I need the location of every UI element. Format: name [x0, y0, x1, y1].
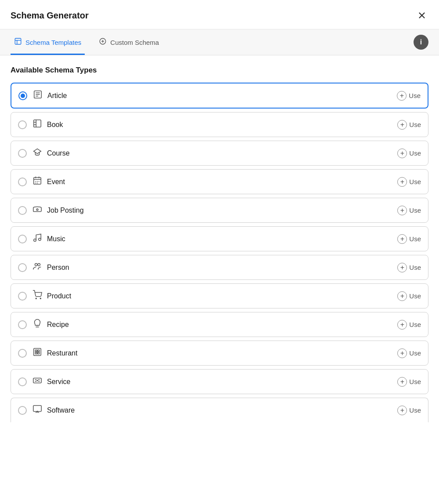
- use-label-article: Use: [409, 92, 421, 99]
- schema-item-event[interactable]: Event + Use: [11, 169, 428, 194]
- schema-label-job-posting: Job Posting: [47, 207, 397, 214]
- use-plus-icon-product: +: [397, 291, 407, 301]
- schema-label-product: Product: [47, 292, 397, 300]
- schema-item-resturant[interactable]: Resturant + Use: [11, 341, 428, 366]
- schema-item-job-posting[interactable]: Job Posting + Use: [11, 198, 428, 223]
- use-plus-icon-article: +: [397, 91, 407, 101]
- software-icon: [32, 404, 43, 416]
- use-button-software[interactable]: + Use: [397, 406, 421, 415]
- radio-book: [18, 120, 27, 129]
- svg-point-27: [39, 238, 41, 241]
- use-label-course: Use: [409, 149, 421, 157]
- schema-item-course[interactable]: Course + Use: [11, 141, 428, 166]
- radio-event: [18, 178, 27, 186]
- use-plus-icon-software: +: [397, 406, 407, 415]
- info-button[interactable]: i: [414, 35, 428, 50]
- svg-rect-37: [35, 352, 37, 354]
- product-icon: [32, 290, 43, 302]
- book-icon: [32, 119, 43, 131]
- schema-item-software[interactable]: Software + Use: [11, 398, 428, 422]
- schema-item-product[interactable]: Product + Use: [11, 283, 428, 308]
- music-icon: [32, 233, 43, 245]
- schema-item-recipe[interactable]: Recipe + Use: [11, 312, 428, 337]
- schema-label-event: Event: [47, 178, 397, 186]
- use-button-service[interactable]: + Use: [397, 377, 421, 387]
- use-plus-icon-person: +: [397, 263, 407, 272]
- schema-label-article: Article: [47, 92, 397, 100]
- use-button-music[interactable]: + Use: [397, 234, 421, 244]
- use-button-job-posting[interactable]: + Use: [397, 206, 421, 215]
- job-icon: [32, 204, 43, 216]
- use-label-job-posting: Use: [409, 207, 421, 214]
- content-area: Available Schema Types Article + Use: [0, 55, 439, 422]
- svg-rect-12: [34, 120, 41, 127]
- schema-item-person[interactable]: Person + Use: [11, 255, 428, 280]
- radio-course: [18, 149, 27, 158]
- svg-rect-34: [34, 348, 41, 356]
- use-plus-icon-resturant: +: [397, 348, 407, 358]
- radio-service: [18, 377, 27, 386]
- use-button-course[interactable]: + Use: [397, 149, 421, 158]
- use-plus-icon-event: +: [397, 177, 407, 187]
- radio-resturant: [18, 349, 27, 358]
- radio-article: [18, 91, 27, 100]
- use-label-service: Use: [409, 378, 421, 385]
- svg-point-29: [38, 264, 40, 266]
- tabs-bar: Schema Templates Custom Schema i: [0, 29, 439, 55]
- event-icon: [32, 176, 43, 188]
- use-button-recipe[interactable]: + Use: [397, 320, 421, 330]
- svg-point-26: [34, 239, 36, 242]
- schema-item-article[interactable]: Article + Use: [11, 83, 428, 109]
- svg-point-28: [35, 264, 38, 266]
- radio-job-posting: [18, 206, 27, 215]
- schema-label-book: Book: [47, 121, 397, 129]
- svg-point-44: [37, 380, 38, 381]
- course-icon: [32, 147, 43, 159]
- modal-header: Schema Generator: [0, 0, 439, 29]
- use-label-music: Use: [409, 235, 421, 243]
- use-label-book: Use: [409, 121, 421, 128]
- use-button-product[interactable]: + Use: [397, 291, 421, 301]
- recipe-icon: [32, 319, 43, 330]
- restaurant-icon: [32, 347, 43, 359]
- schema-item-music[interactable]: Music + Use: [11, 226, 428, 251]
- svg-rect-38: [38, 352, 40, 354]
- use-plus-icon-job-posting: +: [397, 206, 407, 215]
- use-plus-icon-music: +: [397, 234, 407, 244]
- schema-item-book[interactable]: Book + Use: [11, 112, 428, 137]
- schema-label-person: Person: [47, 264, 397, 272]
- use-button-book[interactable]: + Use: [397, 120, 421, 130]
- tab-custom-schema[interactable]: Custom Schema: [95, 29, 162, 55]
- svg-rect-2: [15, 38, 21, 44]
- close-button[interactable]: [415, 9, 428, 22]
- schema-label-resturant: Resturant: [47, 349, 397, 357]
- svg-rect-39: [33, 378, 41, 383]
- schema-label-software: Software: [47, 406, 397, 414]
- use-button-article[interactable]: + Use: [397, 91, 421, 101]
- schema-label-course: Course: [47, 149, 397, 157]
- radio-product: [18, 292, 27, 301]
- use-label-product: Use: [409, 292, 421, 300]
- tab-schema-templates[interactable]: Schema Templates: [11, 29, 85, 55]
- svg-point-30: [36, 298, 36, 299]
- svg-rect-36: [38, 350, 40, 352]
- tab-schema-templates-label: Schema Templates: [25, 39, 81, 46]
- schema-list: Article + Use Book + Use: [11, 83, 428, 422]
- use-label-resturant: Use: [409, 349, 421, 357]
- article-icon: [32, 90, 43, 102]
- svg-rect-35: [35, 350, 37, 352]
- svg-point-31: [40, 298, 41, 299]
- schema-label-recipe: Recipe: [47, 321, 397, 329]
- use-button-person[interactable]: + Use: [397, 263, 421, 272]
- use-label-person: Use: [409, 264, 421, 271]
- use-button-resturant[interactable]: + Use: [397, 348, 421, 358]
- use-label-recipe: Use: [409, 321, 421, 328]
- use-plus-icon-course: +: [397, 149, 407, 158]
- radio-person: [18, 263, 27, 272]
- tab-custom-schema-label: Custom Schema: [110, 39, 159, 46]
- use-plus-icon-service: +: [397, 377, 407, 387]
- schema-item-service[interactable]: Service + Use: [11, 369, 428, 394]
- use-button-event[interactable]: + Use: [397, 177, 421, 187]
- modal-title: Schema Generator: [11, 11, 89, 21]
- use-plus-icon-book: +: [397, 120, 407, 130]
